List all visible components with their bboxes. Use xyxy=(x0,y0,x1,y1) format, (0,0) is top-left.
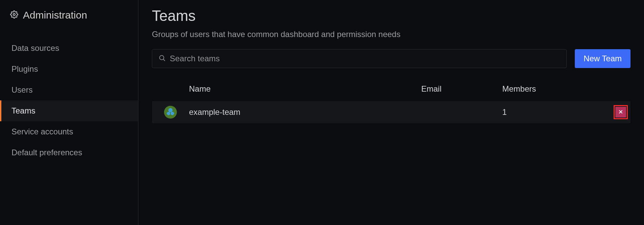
sidebar-item-label: Plugins xyxy=(11,64,38,74)
sidebar-item-teams[interactable]: Teams xyxy=(0,100,138,121)
delete-highlight xyxy=(614,105,628,119)
cell-name: example-team xyxy=(189,107,421,117)
sidebar-item-label: Data sources xyxy=(11,43,59,53)
svg-point-1 xyxy=(160,56,164,60)
page-title: Teams xyxy=(152,7,630,24)
delete-team-button[interactable] xyxy=(615,107,626,118)
sidebar-header: Administration xyxy=(0,9,138,31)
svg-point-0 xyxy=(13,13,15,15)
delete-cell xyxy=(603,105,630,119)
sidebar-title: Administration xyxy=(23,9,87,21)
sidebar-item-service-accounts[interactable]: Service accounts xyxy=(0,121,138,142)
sidebar: Administration Data sources Plugins User… xyxy=(0,0,138,225)
team-avatar xyxy=(164,106,177,119)
teams-table: Name Email Members example-team 1 xyxy=(152,81,630,123)
col-members: Members xyxy=(502,84,603,94)
table-header: Name Email Members xyxy=(152,81,630,101)
page-subtitle: Groups of users that have common dashboa… xyxy=(152,30,630,39)
sidebar-item-label: Teams xyxy=(11,106,35,116)
sidebar-item-label: Default preferences xyxy=(11,148,82,157)
sidebar-nav: Data sources Plugins Users Teams Service… xyxy=(0,31,138,163)
sidebar-item-label: Users xyxy=(11,85,33,95)
close-icon xyxy=(618,109,623,116)
search-box[interactable] xyxy=(152,49,567,68)
sidebar-item-plugins[interactable]: Plugins xyxy=(0,59,138,79)
sidebar-item-users[interactable]: Users xyxy=(0,79,138,100)
svg-line-2 xyxy=(163,59,165,61)
sidebar-item-default-preferences[interactable]: Default preferences xyxy=(0,142,138,163)
main-content: Teams Groups of users that have common d… xyxy=(138,0,644,225)
col-email: Email xyxy=(421,84,502,94)
search-icon xyxy=(158,54,170,63)
sidebar-item-label: Service accounts xyxy=(11,127,73,136)
toolbar: New Team xyxy=(152,49,630,68)
table-row[interactable]: example-team 1 xyxy=(152,101,630,123)
sidebar-item-data-sources[interactable]: Data sources xyxy=(0,38,138,59)
gear-icon xyxy=(10,10,18,20)
new-team-button[interactable]: New Team xyxy=(575,49,630,68)
cell-members: 1 xyxy=(502,107,603,117)
avatar-cell xyxy=(152,106,189,119)
search-input[interactable] xyxy=(170,54,560,63)
col-name: Name xyxy=(189,84,421,94)
